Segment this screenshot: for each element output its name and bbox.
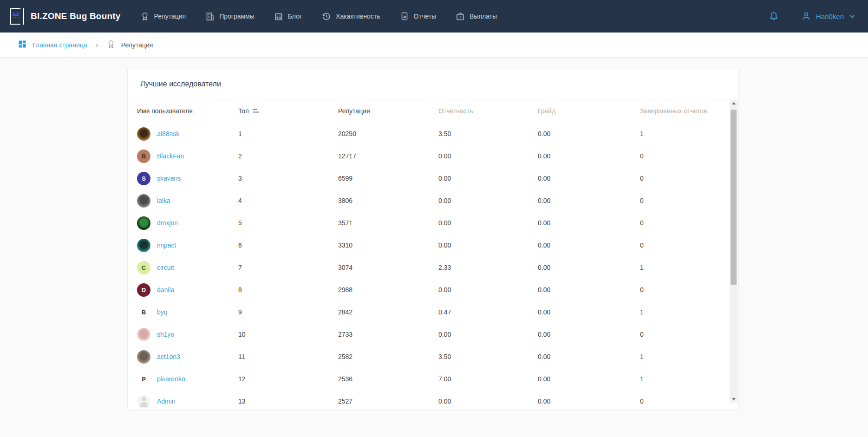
user-icon (801, 11, 811, 21)
completed-cell: 0 (640, 398, 723, 405)
table-row: act1on3 11 2582 3.50 0.00 1 (128, 346, 738, 368)
top-cell: 10 (238, 331, 338, 338)
reporting-cell: 0.00 (438, 241, 538, 249)
grade-cell: 0.00 (538, 375, 640, 383)
avatar: P (137, 372, 150, 386)
nav-item-blog[interactable]: Блог (274, 12, 302, 21)
nav-item-reputation[interactable]: Репутация (140, 12, 186, 21)
avatar: B (137, 150, 150, 163)
nav-item-payouts[interactable]: Выплаты (456, 12, 497, 21)
username-link[interactable]: skavans (157, 175, 181, 182)
reputation-cell: 2988 (338, 286, 438, 294)
top-cell: 11 (238, 353, 338, 360)
grade-cell: 0.00 (538, 286, 640, 294)
avatar: C (137, 261, 150, 274)
reputation-cell: 3806 (338, 197, 438, 204)
column-header-top[interactable]: Топ (238, 107, 338, 115)
reputation-cell: 3571 (338, 219, 438, 227)
table-row: C circuit 7 3074 2.33 0.00 1 (128, 256, 738, 279)
table-row: S skavans 3 6599 0.00 0.00 0 (128, 167, 738, 189)
reputation-cell: 12717 (338, 152, 438, 160)
reporting-cell: 0.00 (438, 286, 538, 294)
table-row: impact 6 3310 0.00 0.00 0 (128, 234, 738, 256)
column-header-username[interactable]: Имя пользователя (137, 107, 238, 115)
completed-cell: 0 (640, 286, 723, 294)
logo[interactable]: BI.ZONE Bug Bounty (10, 8, 121, 25)
grade-cell: 0.00 (538, 175, 640, 182)
username-link[interactable]: dmxjon (157, 219, 178, 227)
reputation-cell: 3074 (338, 264, 438, 271)
news-icon (274, 12, 283, 21)
table-row: D danila 8 2988 0.00 0.00 0 (128, 279, 738, 301)
logo-text: BI.ZONE Bug Bounty (31, 11, 121, 21)
table-row: B BlackFan 2 12717 0.00 0.00 0 (128, 145, 738, 167)
breadcrumb-home-link[interactable]: Главная страница (18, 39, 87, 51)
navbar-right: Han0ken (769, 11, 856, 21)
table-row: P pisarenko 12 2536 7.00 0.00 1 (128, 368, 738, 390)
chevron-down-icon (848, 13, 856, 20)
grade-cell: 0.00 (538, 264, 640, 271)
username-link[interactable]: BlackFan (157, 152, 184, 160)
table-row: al88nsk 1 20250 3.50 0.00 1 (128, 123, 738, 145)
column-header-reporting[interactable]: Отчетность (438, 107, 538, 115)
completed-cell: 0 (640, 331, 723, 338)
column-header-reputation[interactable]: Репутация (338, 107, 438, 115)
report-icon (400, 12, 409, 21)
avatar (137, 328, 150, 341)
completed-cell: 1 (640, 308, 723, 316)
reporting-cell: 0.00 (438, 197, 538, 204)
avatar: S (137, 172, 150, 185)
table-row: dmxjon 5 3571 0.00 0.00 0 (128, 212, 738, 234)
nav-item-hackactivity[interactable]: Хакактивность (321, 12, 380, 21)
reporting-cell: 0.00 (438, 152, 538, 160)
breadcrumb-current-label: Репутация (121, 41, 153, 49)
username-link[interactable]: impact (157, 241, 176, 249)
username-link[interactable]: al88nsk (157, 130, 179, 137)
avatar (137, 395, 150, 408)
reporting-cell: 0.00 (438, 175, 538, 182)
sort-icon (253, 109, 259, 113)
top-cell: 6 (238, 241, 338, 249)
column-header-grade[interactable]: Грейд (538, 107, 640, 115)
reporting-cell: 2.33 (438, 264, 538, 271)
briefcase-icon (456, 12, 465, 21)
username-link[interactable]: lalka (157, 197, 170, 204)
completed-cell: 0 (640, 241, 723, 249)
table-scrollbar[interactable] (730, 100, 737, 403)
nav-item-programs[interactable]: Программы (205, 12, 255, 21)
username-link[interactable]: Admin (157, 398, 176, 405)
username-link[interactable]: danila (157, 286, 174, 294)
scrollbar-down-arrow[interactable] (730, 396, 737, 403)
nav-label: Репутация (154, 13, 186, 20)
scrollbar-thumb[interactable] (731, 110, 737, 285)
top-cell: 5 (238, 219, 338, 227)
scrollbar-up-arrow[interactable] (730, 100, 737, 107)
table-row: sh1yo 10 2733 0.00 0.00 0 (128, 323, 738, 346)
column-header-completed[interactable]: Завершенных отчетов (640, 107, 723, 115)
table-row: lalka 4 3806 0.00 0.00 0 (128, 189, 738, 212)
top-cell: 9 (238, 308, 338, 316)
nav-item-reports[interactable]: Отчеты (400, 12, 436, 21)
reporting-cell: 0.00 (438, 398, 538, 405)
table-row: B byq 9 2842 0.47 0.00 1 (128, 301, 738, 323)
reporting-cell: 3.50 (438, 130, 538, 137)
top-cell: 7 (238, 264, 338, 271)
reputation-cell: 2527 (338, 398, 438, 405)
avatar (137, 350, 150, 364)
username-link[interactable]: sh1yo (157, 331, 174, 338)
reputation-cell: 2733 (338, 331, 438, 338)
completed-cell: 0 (640, 152, 723, 160)
reporting-cell: 0.47 (438, 308, 538, 316)
username-link[interactable]: byq (157, 308, 168, 316)
building-icon (205, 12, 215, 21)
username-link[interactable]: pisarenko (157, 375, 185, 383)
dashboard-grid-icon (18, 39, 27, 51)
reporting-cell: 7.00 (438, 375, 538, 383)
logo-bug-icon (10, 8, 24, 25)
username-link[interactable]: act1on3 (157, 353, 180, 360)
username-link[interactable]: circuit (157, 264, 174, 271)
user-menu[interactable]: Han0ken (801, 11, 856, 21)
completed-cell: 1 (640, 130, 723, 137)
notifications-bell-icon[interactable] (769, 11, 779, 21)
grade-cell: 0.00 (538, 130, 640, 137)
